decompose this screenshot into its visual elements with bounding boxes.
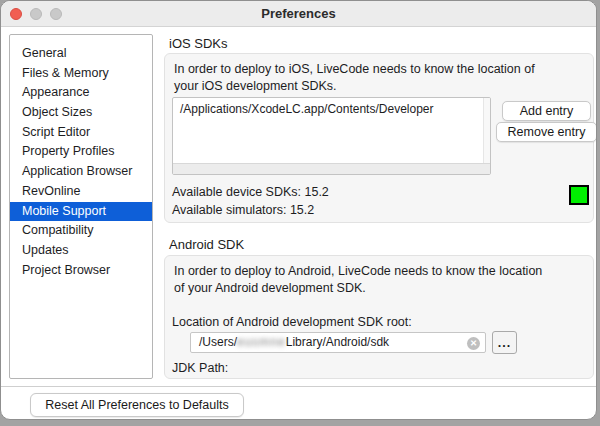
sidebar-item-appearance[interactable]: Appearance (10, 83, 152, 103)
available-simulators-label: Available simulators: 15.2 (172, 203, 314, 217)
footer-separator (1, 386, 597, 387)
remove-entry-button[interactable]: Remove entry (496, 122, 597, 142)
ios-status-indicator (569, 185, 589, 205)
sidebar-item-mobile-support[interactable]: Mobile Support (10, 202, 152, 222)
android-description-line1: In order to deploy to Android, LiveCode … (174, 264, 542, 278)
sidebar-item-revonline[interactable]: RevOnline (10, 182, 152, 202)
vertical-scrollbar[interactable] (483, 98, 490, 163)
sdk-root-path-suffix: Library/Android/sdk (286, 335, 389, 349)
android-description-line2: of your Android development SDK. (174, 281, 366, 295)
ios-sdks-groupbox: In order to deploy to iOS, LiveCode need… (164, 53, 594, 223)
horizontal-scrollbar[interactable] (173, 163, 490, 174)
sidebar-item-project-browser[interactable]: Project Browser (10, 261, 152, 281)
android-sdk-section-title: Android SDK (169, 237, 244, 252)
android-sdk-root-label: Location of Android development SDK root… (172, 315, 412, 329)
sidebar-item-files-memory[interactable]: Files & Memory (10, 64, 152, 84)
android-description: In order to deploy to Android, LiveCode … (174, 263, 588, 296)
sidebar-item-script-editor[interactable]: Script Editor (10, 123, 152, 143)
preferences-window: Preferences General Files & Memory Appea… (0, 0, 597, 420)
clear-field-icon[interactable]: ✕ (467, 337, 480, 350)
preferences-category-list: General Files & Memory Appearance Object… (9, 34, 153, 379)
ios-sdks-section-title: iOS SDKs (169, 36, 228, 51)
available-device-sdks-label: Available device SDKs: 15.2 (172, 185, 329, 199)
window-title: Preferences (1, 1, 596, 27)
ios-description-line1: In order to deploy to iOS, LiveCode need… (174, 62, 535, 76)
ios-sdk-path-item[interactable]: /Applications/XcodeLC.app/Contents/Devel… (173, 98, 490, 116)
jdk-path-label: JDK Path: (172, 361, 228, 375)
sidebar-item-object-sizes[interactable]: Object Sizes (10, 103, 152, 123)
sidebar-item-general[interactable]: General (10, 44, 152, 64)
browse-sdk-root-button[interactable]: ... (492, 331, 517, 354)
reset-all-preferences-button[interactable]: Reset All Preferences to Defaults (30, 393, 244, 417)
ios-sdk-path-list[interactable]: /Applications/XcodeLC.app/Contents/Devel… (172, 97, 491, 175)
ios-description-line2: your iOS development SDKs. (174, 79, 337, 93)
sidebar-item-property-profiles[interactable]: Property Profiles (10, 142, 152, 162)
add-entry-button[interactable]: Add entry (502, 101, 591, 121)
android-sdk-groupbox: In order to deploy to Android, LiveCode … (164, 255, 594, 379)
titlebar: Preferences (1, 1, 596, 27)
sdk-root-path-prefix: /Users/ (199, 335, 237, 349)
android-sdk-root-field[interactable]: /Users/eusmneLibrary/Android/sdk ✕ (190, 332, 486, 353)
ios-description: In order to deploy to iOS, LiveCode need… (174, 61, 588, 94)
sidebar-item-updates[interactable]: Updates (10, 241, 152, 261)
sdk-root-path-redacted: eusmne (237, 335, 286, 349)
sidebar-item-application-browser[interactable]: Application Browser (10, 162, 152, 182)
screen: Preferences General Files & Memory Appea… (0, 0, 600, 426)
sidebar-item-compatibility[interactable]: Compatibility (10, 221, 152, 241)
